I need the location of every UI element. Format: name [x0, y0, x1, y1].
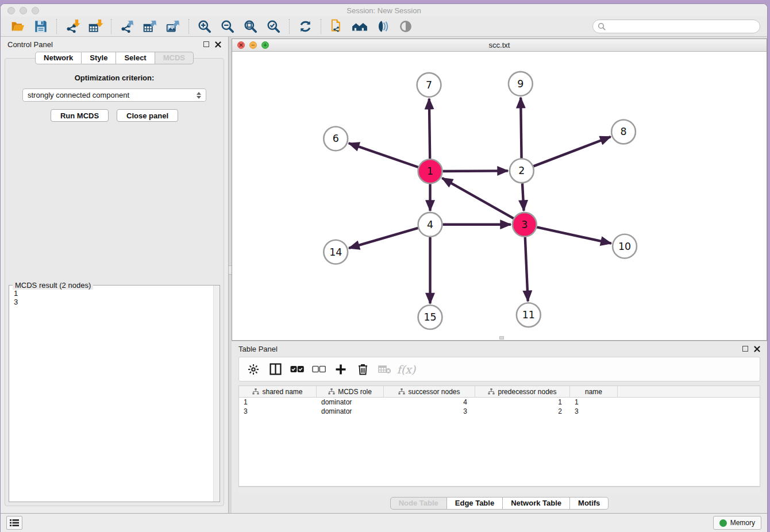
- network-close-icon[interactable]: ✕: [237, 41, 245, 49]
- zoom-out-button[interactable]: [216, 18, 239, 35]
- graph-node-9[interactable]: 9: [509, 72, 533, 96]
- new-network-from-selection-icon: [329, 19, 345, 34]
- open-session-button[interactable]: [6, 18, 29, 35]
- close-table-panel-icon[interactable]: [754, 346, 760, 352]
- toolbar-separator: [111, 19, 111, 34]
- visual-style-button[interactable]: [371, 18, 394, 35]
- tab-node-table[interactable]: Node Table: [390, 497, 447, 510]
- cell-predecessor-nodes[interactable]: 2: [475, 407, 570, 416]
- tab-network[interactable]: Network: [35, 52, 82, 64]
- close-panel-icon[interactable]: [215, 41, 221, 48]
- tab-edge-table[interactable]: Edge Table: [447, 497, 503, 510]
- result-scrollbar[interactable]: [213, 286, 220, 502]
- search-input[interactable]: [606, 22, 755, 31]
- graph-edge-1-6[interactable]: [349, 143, 418, 167]
- graph-edge-2-9[interactable]: [521, 98, 521, 159]
- zoom-fit-icon: [243, 19, 258, 34]
- import-table-button[interactable]: [84, 18, 107, 35]
- apply-function-icon: f(x): [397, 363, 416, 376]
- float-panel-icon[interactable]: [203, 41, 209, 47]
- network-window-titlebar[interactable]: scc.txt ✕ − +: [232, 39, 767, 52]
- float-table-panel-icon[interactable]: [742, 346, 748, 352]
- delete-column-button[interactable]: [353, 360, 372, 379]
- graph-node-10[interactable]: 10: [613, 234, 637, 259]
- deselect-all-rows-icon: [312, 365, 326, 373]
- optimization-criterion-select[interactable]: strongly connected component: [22, 88, 206, 102]
- cell-name[interactable]: 3: [570, 407, 618, 416]
- export-network-button[interactable]: [116, 18, 138, 35]
- table-row-2[interactable]: 3dominator323: [239, 407, 760, 416]
- network-minimize-icon[interactable]: −: [249, 41, 257, 49]
- graph-node-4[interactable]: 4: [418, 213, 442, 237]
- refresh-button[interactable]: [294, 18, 317, 35]
- graph-node-2[interactable]: 2: [510, 159, 534, 183]
- graph-edge-3-11[interactable]: [525, 237, 528, 302]
- zoom-in-button[interactable]: [193, 18, 216, 35]
- panel-splitter[interactable]: [228, 37, 232, 513]
- network-maximize-icon[interactable]: +: [261, 41, 269, 49]
- tab-motifs[interactable]: Motifs: [570, 497, 609, 510]
- tab-network-table[interactable]: Network Table: [503, 497, 570, 510]
- graph-edge-2-3[interactable]: [522, 183, 524, 211]
- show-graphics-details-button[interactable]: [394, 18, 417, 35]
- column-header-MCDS-role[interactable]: MCDS role: [317, 386, 384, 397]
- column-header-successor-nodes[interactable]: successor nodes: [384, 386, 475, 397]
- column-header-predecessor-nodes[interactable]: predecessor nodes: [475, 386, 570, 397]
- cell-successor-nodes[interactable]: 4: [384, 398, 475, 407]
- table-settings-button[interactable]: [244, 360, 263, 379]
- add-column-button[interactable]: [331, 360, 351, 379]
- save-session-button[interactable]: [29, 18, 52, 35]
- memory-button[interactable]: Memory: [713, 516, 761, 530]
- column-label: predecessor nodes: [498, 388, 556, 396]
- graph-node-8[interactable]: 8: [611, 120, 636, 144]
- graph-edge-1-7[interactable]: [429, 99, 430, 159]
- deselect-all-rows-button[interactable]: [309, 360, 329, 379]
- network-canvas[interactable]: 1234678910111415: [232, 52, 767, 340]
- zoom-fit-button[interactable]: [239, 18, 262, 35]
- graph-node-1[interactable]: 1: [418, 159, 442, 183]
- zoom-selected-button[interactable]: [262, 18, 285, 35]
- graph-node-11[interactable]: 11: [517, 303, 541, 327]
- cell-name[interactable]: 1: [570, 398, 618, 407]
- export-table-button[interactable]: [138, 18, 161, 35]
- search-field[interactable]: [592, 20, 760, 33]
- new-network-from-selection-button[interactable]: [325, 18, 348, 35]
- table-row-1[interactable]: 1dominator411: [239, 398, 760, 407]
- graph-node-6[interactable]: 6: [324, 126, 348, 151]
- column-header-shared-name[interactable]: shared name: [239, 386, 317, 397]
- cell-successor-nodes[interactable]: 3: [384, 407, 475, 416]
- mcds-result-box: MCDS result (2 nodes) 1 3: [9, 285, 220, 502]
- close-panel-button[interactable]: Close panel: [117, 109, 178, 122]
- cell-MCDS-role[interactable]: dominator: [317, 407, 384, 416]
- horizontal-splitter-grip[interactable]: [499, 336, 504, 340]
- graph-edge-3-1[interactable]: [442, 178, 513, 218]
- graph-node-14[interactable]: 14: [324, 240, 348, 264]
- split-view-button[interactable]: [265, 360, 285, 379]
- run-mcds-button[interactable]: Run MCDS: [51, 109, 109, 122]
- graph-edge-2-8[interactable]: [533, 137, 610, 166]
- column-header-name[interactable]: name: [570, 386, 618, 397]
- graph-edge-4-14[interactable]: [349, 228, 418, 248]
- tab-mcds[interactable]: MCDS: [155, 52, 194, 64]
- graph-edge-1-2[interactable]: [442, 171, 508, 171]
- tab-select[interactable]: Select: [116, 52, 155, 64]
- title-bar: Session: New Session: [1, 4, 767, 17]
- window-title: Session: New Session: [1, 6, 767, 15]
- select-all-rows-button[interactable]: [287, 360, 307, 379]
- cell-shared-name[interactable]: 3: [239, 407, 317, 416]
- table-hscrollbar[interactable]: [238, 487, 760, 494]
- home-button[interactable]: [348, 18, 371, 35]
- tab-style[interactable]: Style: [82, 52, 116, 64]
- cell-predecessor-nodes[interactable]: 1: [475, 398, 570, 407]
- list-icon: [10, 519, 19, 527]
- cell-shared-name[interactable]: 1: [239, 398, 317, 407]
- import-network-button[interactable]: [61, 18, 84, 35]
- graph-node-7[interactable]: 7: [417, 73, 441, 97]
- column-label: successor nodes: [408, 388, 460, 396]
- graph-edge-3-10[interactable]: [537, 227, 611, 243]
- cell-MCDS-role[interactable]: dominator: [317, 398, 384, 407]
- task-history-button[interactable]: [6, 516, 22, 530]
- graph-node-15[interactable]: 15: [418, 305, 442, 329]
- export-image-button[interactable]: [161, 18, 184, 35]
- graph-node-3[interactable]: 3: [513, 213, 537, 237]
